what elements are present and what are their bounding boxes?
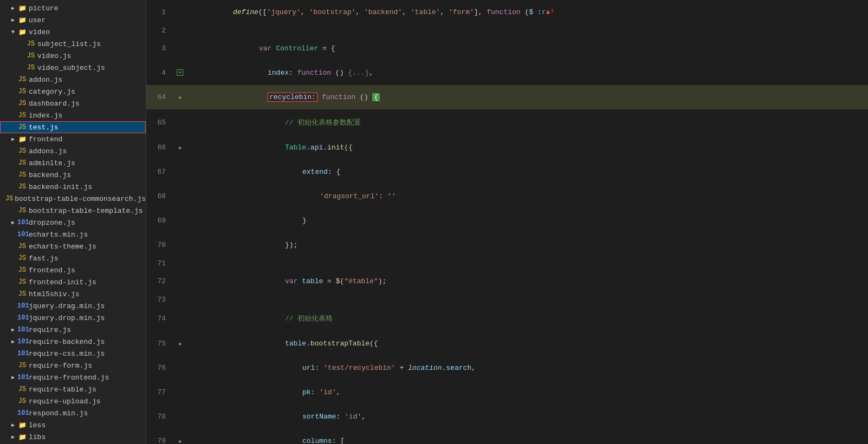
sidebar-item-require-css-min-js[interactable]: 101 require-css.min.js (0, 348, 146, 360)
sidebar-item-addons-js[interactable]: JS addons.js (0, 145, 146, 157)
sidebar-item-index-js[interactable]: JS index.js (0, 109, 146, 121)
code-content[interactable]: var Controller = { (186, 36, 868, 61)
js-icon: JS (17, 147, 27, 155)
folder-icon: 📁 (17, 421, 27, 429)
sidebar-item-require-frontend-js[interactable]: ▶ 101 require-frontend.js (0, 371, 146, 383)
sidebar-item-backend-js[interactable]: JS backend.js (0, 169, 146, 181)
sidebar-item-require-table-js[interactable]: JS require-table.js (0, 383, 146, 395)
js-icon: JS (17, 183, 27, 191)
sidebar-item-label: addon.js (29, 76, 62, 84)
sidebar-item-adminlte-js[interactable]: JS adminlte.js (0, 157, 146, 169)
code-table: 1 define(['jquery', 'bootstrap', 'backen… (146, 0, 868, 444)
sidebar-item-label: test.js (29, 123, 59, 132)
sidebar-item-echarts-theme-js[interactable]: JS echarts-theme.js (0, 240, 146, 252)
line-number: 2 (146, 24, 173, 36)
gutter: ◆ (173, 135, 186, 160)
sidebar-item-libs[interactable]: ▶ 📁 libs (0, 431, 146, 443)
code-content[interactable]: var table = $("#table"); (186, 269, 868, 293)
sidebar-item-require-js[interactable]: ▶ 101 require.js (0, 324, 146, 336)
sidebar-item-jquery-drag-min-js[interactable]: 101 jquery.drag.min.js (0, 300, 146, 312)
js-101-icon: 101 (17, 338, 27, 345)
code-content[interactable]: columns: [ (186, 429, 868, 444)
sidebar-item-video-js[interactable]: JS video.js (0, 50, 146, 62)
sidebar-item-bts-commonsearch-js[interactable]: JS bootstrap-table-commonsearch.js (0, 193, 146, 205)
sidebar-item-less[interactable]: ▶ 📁 less (0, 419, 146, 431)
js-101-icon: 101 (17, 314, 27, 322)
code-content[interactable]: define(['jquery', 'bootstrap', 'backend'… (186, 0, 868, 24)
code-content[interactable] (186, 257, 868, 269)
sidebar-item-require-upload-js[interactable]: JS require-upload.js (0, 395, 146, 407)
sidebar-item-label: adminlte.js (29, 159, 75, 167)
arrow-icon: ▶ (9, 17, 17, 23)
sidebar-item-video[interactable]: ▼ 📁 video (0, 26, 146, 38)
line-number: 73 (146, 293, 173, 305)
sidebar-item-subject-list-js[interactable]: JS subject_list.js (0, 38, 146, 50)
code-content[interactable]: index: function () {...}, (186, 61, 868, 85)
code-content[interactable]: 'dragsort_url': '' (186, 184, 868, 208)
code-content[interactable]: Table.api.init({ (186, 135, 868, 160)
code-content[interactable]: }); (186, 233, 868, 257)
sidebar-item-frontendjs[interactable]: JS frontend.js (0, 264, 146, 276)
code-line-77: 77 pk: 'id', (146, 380, 868, 404)
line-number: 4 (146, 61, 173, 85)
sidebar-item-category-js[interactable]: JS category.js (0, 86, 146, 97)
sidebar-item-label: require-backend.js (29, 338, 105, 346)
sidebar-item-label: frontend-init.js (29, 278, 96, 286)
sidebar-item-bts-template-js[interactable]: JS bootstrap-table-template.js (0, 205, 146, 217)
sidebar-item-label: video_subject.js (37, 64, 105, 72)
sidebar-item-video-subject-js[interactable]: JS video_subject.js (0, 62, 146, 74)
code-content[interactable]: // 初始化表格 (186, 305, 868, 331)
code-content[interactable]: extend: { (186, 160, 868, 184)
code-content[interactable]: pk: 'id', (186, 380, 868, 404)
code-content[interactable] (186, 24, 868, 36)
sidebar-item-picture[interactable]: ▶ 📁 picture (0, 2, 146, 14)
code-content[interactable]: url: 'test/recyclebin' + location.search… (186, 356, 868, 380)
sidebar-item-jquery-drop-min-js[interactable]: 101 jquery.drop.min.js (0, 312, 146, 324)
code-content[interactable]: sortName: 'id', (186, 404, 868, 429)
gutter-diamond-icon: ◆ (178, 439, 182, 445)
gutter (173, 305, 186, 331)
sidebar-item-label: require-form.js (29, 362, 92, 370)
code-editor[interactable]: 1 define(['jquery', 'bootstrap', 'backen… (146, 0, 868, 444)
sidebar-item-respond-min-js[interactable]: 101 respond.min.js (0, 407, 146, 419)
code-content[interactable]: } (186, 208, 868, 233)
code-content[interactable] (186, 293, 868, 305)
code-content[interactable]: recyclebin: function () { (186, 85, 868, 109)
sidebar-item-html5shiv-js[interactable]: JS html5shiv.js (0, 288, 146, 300)
gutter-diamond-icon: ◆ (178, 341, 182, 347)
sidebar-item-backend-init-js[interactable]: JS backend-init.js (0, 181, 146, 193)
sidebar-item-label: backend.js (29, 171, 71, 179)
sidebar-item-label: require.js (29, 326, 71, 334)
code-line-70: 70 }); (146, 233, 868, 257)
folder-icon: 📁 (17, 433, 27, 441)
arrow-icon: ▶ (9, 434, 17, 440)
sidebar-item-test-js[interactable]: JS test.js (0, 121, 146, 133)
sidebar-item-dashboard-js[interactable]: JS dashboard.js (0, 97, 146, 109)
sidebar-item-label: require-upload.js (29, 397, 101, 406)
sidebar-item-echarts-min-js[interactable]: 101 echarts.min.js (0, 228, 146, 240)
sidebar-item-label: subject_list.js (37, 40, 101, 48)
sidebar-item-addon-js[interactable]: JS addon.js (0, 74, 146, 86)
file-tree[interactable]: ▶ 📁 picture ▶ 📁 user ▼ 📁 video JS subjec… (0, 0, 146, 444)
js-101-icon: 101 (17, 302, 27, 310)
sidebar-item-label: fast.js (29, 254, 59, 263)
sidebar-item-label: less (29, 421, 46, 429)
sidebar-item-dropzone-js[interactable]: ▶ 101 dropzone.js (0, 217, 146, 228)
sidebar-item-user[interactable]: ▶ 📁 user (0, 14, 146, 26)
arrow-icon: ▶ (9, 136, 17, 142)
gutter-plus-icon: + (177, 69, 183, 76)
sidebar-item-fast-js[interactable]: JS fast.js (0, 252, 146, 264)
sidebar-item-frontend[interactable]: ▶ 📁 frontend (0, 133, 146, 145)
arrow-icon: ▶ (9, 5, 17, 11)
line-number: 75 (146, 331, 173, 356)
js-icon: JS (26, 40, 36, 48)
js-icon: JS (17, 123, 27, 131)
line-number: 64 (146, 85, 173, 109)
code-content[interactable]: table.bootstrapTable({ (186, 331, 868, 356)
sidebar-item-require-backend-js[interactable]: ▶ 101 require-backend.js (0, 336, 146, 348)
code-line-76: 76 url: 'test/recyclebin' + location.sea… (146, 356, 868, 380)
sidebar-item-require-form-js[interactable]: JS require-form.js (0, 360, 146, 371)
code-content[interactable]: // 初始化表格参数配置 (186, 109, 868, 135)
gutter: ◆ (173, 331, 186, 356)
sidebar-item-frontend-init-js[interactable]: JS frontend-init.js (0, 276, 146, 288)
